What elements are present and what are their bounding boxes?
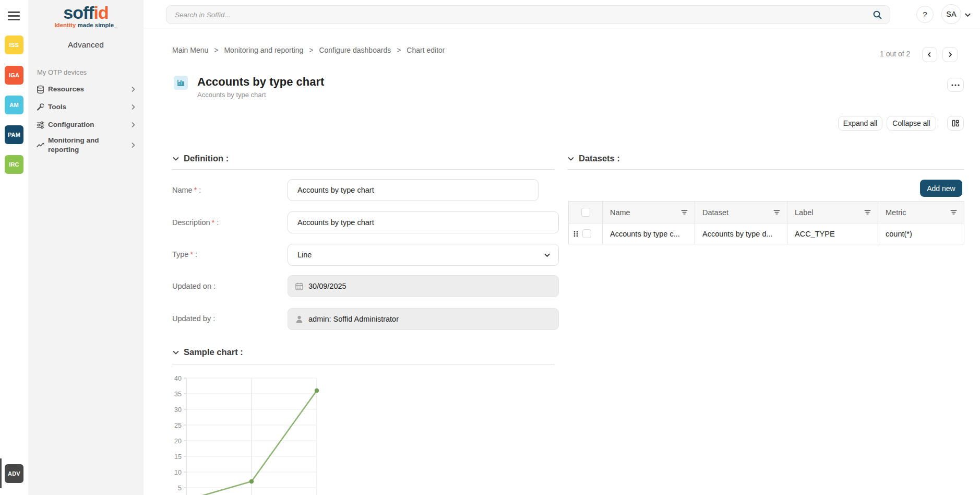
chevron-right-icon xyxy=(129,85,137,93)
chevron-down-icon xyxy=(543,251,551,259)
trend-icon xyxy=(36,141,45,150)
cell-name: Accounts by type c... xyxy=(610,230,680,238)
module-badge-adv[interactable]: ADV xyxy=(5,464,23,483)
updated-on-field: 30/09/2025 xyxy=(288,275,559,297)
definition-section-header[interactable]: Definition : xyxy=(172,154,229,163)
row-checkbox[interactable] xyxy=(582,229,591,238)
updated-by-value: admin: Soffid Administrator xyxy=(308,315,399,323)
filter-icon[interactable] xyxy=(950,208,958,216)
module-badge-am[interactable]: AM xyxy=(5,96,23,114)
add-new-button[interactable]: Add new xyxy=(920,180,962,197)
expand-all-button[interactable]: Expand all xyxy=(838,116,882,131)
svg-text:20: 20 xyxy=(174,438,182,445)
previous-page-button[interactable] xyxy=(922,47,937,62)
wrench-icon xyxy=(36,103,45,112)
search-icon[interactable] xyxy=(873,10,882,20)
chevron-right-icon xyxy=(129,103,137,111)
pager-label: 1 out of 2 xyxy=(880,50,910,58)
sidebar-item-tools[interactable]: Tools xyxy=(36,98,137,116)
sidebar-item-label: Configuration xyxy=(48,120,94,129)
collapse-all-button[interactable]: Collapse all xyxy=(887,116,936,131)
section-divider xyxy=(172,169,555,170)
svg-text:25: 25 xyxy=(174,422,182,429)
sidebar-item-monitoring[interactable]: Monitoring and reporting xyxy=(36,134,137,157)
ellipsis-icon xyxy=(951,84,960,87)
type-select[interactable]: Line xyxy=(288,244,559,266)
type-label: Type* : xyxy=(172,250,197,258)
description-field[interactable]: Accounts by type chart xyxy=(288,211,559,233)
breadcrumb: Main Menu > Monitoring and reporting > C… xyxy=(172,46,445,54)
chevron-down-icon[interactable] xyxy=(964,11,972,19)
chevron-left-icon xyxy=(926,51,934,58)
svg-text:15: 15 xyxy=(174,453,182,461)
description-value: Accounts by type chart xyxy=(297,218,374,227)
chevron-down-icon xyxy=(567,155,575,162)
help-button[interactable]: ? xyxy=(916,6,934,23)
section-title: Definition : xyxy=(184,154,229,163)
module-badge-iss[interactable]: ISS xyxy=(5,36,23,54)
module-badge-pam[interactable]: PAM xyxy=(5,125,23,144)
cell-dataset: Accounts by type d... xyxy=(702,230,773,238)
section-title: Datasets : xyxy=(579,154,620,163)
filter-icon[interactable] xyxy=(864,208,871,216)
global-search xyxy=(166,5,890,24)
datasets-section-header[interactable]: Datasets : xyxy=(567,154,620,163)
cell-label: ACC_TYPE xyxy=(795,230,835,238)
breadcrumb-separator: > xyxy=(309,46,313,54)
module-badge-iga[interactable]: IGA xyxy=(5,66,23,85)
updated-on-value: 30/09/2025 xyxy=(308,282,346,290)
cell-metric: count(*) xyxy=(886,230,912,238)
calendar-icon xyxy=(295,282,304,291)
drag-handle-icon[interactable] xyxy=(573,230,579,238)
user-icon xyxy=(295,315,304,324)
hamburger-menu-icon[interactable] xyxy=(8,11,20,20)
logo-tagline: Identity made simple_ xyxy=(28,22,144,29)
section-divider xyxy=(567,169,964,170)
svg-text:40: 40 xyxy=(174,375,182,382)
more-actions-button[interactable] xyxy=(947,78,964,92)
module-rail: ISS IGA AM PAM IRC ADV xyxy=(0,0,28,495)
name-field[interactable]: Accounts by type chart xyxy=(288,179,539,201)
breadcrumb-chart-editor[interactable]: Chart editor xyxy=(407,46,445,54)
database-icon xyxy=(36,85,45,94)
sample-chart: 403530252015105 xyxy=(172,369,412,495)
chart-type-icon xyxy=(174,76,188,90)
svg-text:35: 35 xyxy=(174,391,182,398)
line-chart: 403530252015105 xyxy=(172,369,412,495)
updated-by-field: admin: Soffid Administrator xyxy=(288,308,559,330)
page-title: Accounts by type chart xyxy=(197,75,324,89)
avatar[interactable]: SA xyxy=(941,4,961,24)
help-label: ? xyxy=(923,10,927,19)
sidebar-item-configuration[interactable]: Configuration xyxy=(36,116,137,134)
filter-icon[interactable] xyxy=(680,208,688,216)
bar-chart-icon xyxy=(176,78,185,87)
sample-chart-section-header[interactable]: Sample chart : xyxy=(172,347,243,357)
sidebar-item-label: Resources xyxy=(48,85,84,94)
name-label: Name* : xyxy=(172,186,201,194)
column-header-dataset: Dataset xyxy=(702,208,728,217)
type-value: Line xyxy=(297,251,312,259)
filter-icon[interactable] xyxy=(773,208,781,216)
dashboard-layout-icon xyxy=(951,119,960,127)
svg-text:30: 30 xyxy=(174,406,182,414)
chevron-down-icon xyxy=(172,349,180,356)
search-input[interactable] xyxy=(175,11,873,19)
module-badge-irc[interactable]: IRC xyxy=(5,155,23,174)
breadcrumb-main-menu[interactable]: Main Menu xyxy=(172,46,208,54)
select-all-checkbox[interactable] xyxy=(581,208,590,217)
column-header-metric: Metric xyxy=(886,208,906,217)
sidebar-item-otp-devices[interactable]: My OTP devices xyxy=(37,68,144,76)
breadcrumb-configure-dashboards[interactable]: Configure dashboards xyxy=(319,46,391,54)
sidebar-item-resources[interactable]: Resources xyxy=(36,80,137,98)
next-page-button[interactable] xyxy=(942,47,958,62)
sliders-icon xyxy=(36,121,45,129)
table-row[interactable]: Accounts by type c... Accounts by type d… xyxy=(569,223,964,244)
breadcrumb-monitoring[interactable]: Monitoring and reporting xyxy=(224,46,303,54)
datasets-table: Name Dataset Label Metric Accounts by ty… xyxy=(568,201,964,244)
sidebar: soffid Identity made simple_ Advanced My… xyxy=(28,0,144,495)
datasets-table-header: Name Dataset Label Metric xyxy=(569,202,964,223)
chevron-right-icon xyxy=(129,141,137,149)
breadcrumb-separator: > xyxy=(214,46,218,54)
left-edge-marker xyxy=(0,458,2,488)
layout-toggle-button[interactable] xyxy=(947,116,964,131)
